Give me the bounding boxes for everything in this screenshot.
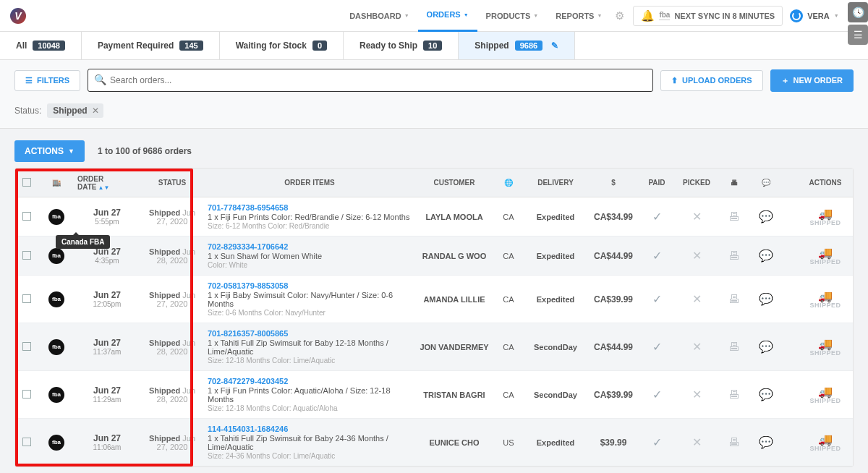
customer-name: AMANDA LILLIE bbox=[414, 295, 494, 304]
print-icon[interactable]: 🖶 bbox=[728, 436, 740, 448]
new-order-button[interactable]: ＋ NEW ORDER bbox=[770, 69, 854, 92]
picked-x-icon: ✕ bbox=[692, 341, 702, 353]
store-badge[interactable]: fba bbox=[48, 339, 64, 355]
sort-icon[interactable]: ▲▼ bbox=[98, 184, 109, 191]
store-badge[interactable]: fba bbox=[48, 248, 64, 264]
power-icon bbox=[790, 9, 803, 22]
status-text: Shipped bbox=[149, 386, 180, 395]
col-price[interactable]: $ bbox=[611, 179, 616, 187]
order-date: Jun 27 bbox=[77, 290, 137, 300]
chat-icon[interactable]: 💬 bbox=[759, 341, 773, 353]
order-number-link[interactable]: 702-0581379-8853058 bbox=[208, 281, 412, 290]
order-number-link[interactable]: 702-8472279-4203452 bbox=[208, 377, 412, 385]
store-badge[interactable]: fba bbox=[48, 435, 64, 451]
table-row[interactable]: fba Jun 27 12:05pm Shipped Jun 27, 2020 … bbox=[15, 276, 853, 323]
bell-icon[interactable]: 🔔 bbox=[641, 9, 655, 22]
paid-check-icon: ✓ bbox=[652, 436, 662, 448]
order-time: 4:35pm bbox=[77, 257, 137, 265]
sync-text: NEXT SYNC IN 8 MINUTES bbox=[674, 12, 775, 20]
print-icon[interactable]: 🖶 bbox=[728, 341, 740, 353]
order-number-link[interactable]: 114-4154031-1684246 bbox=[208, 425, 412, 433]
item-description: 1 x Tahiti Full Zip Swimsuit for Baby 12… bbox=[208, 338, 412, 356]
order-date: Jun 27 bbox=[77, 433, 137, 443]
nav-reports[interactable]: REPORTS▼ bbox=[547, 0, 610, 32]
store-tooltip: Canada FBA bbox=[56, 235, 110, 249]
row-checkbox[interactable] bbox=[22, 251, 31, 260]
shipped-badge: 🚚 SHIPPED bbox=[782, 289, 868, 309]
item-meta: Size: 12-18 Months Color: Aquatic/Aloha bbox=[208, 404, 412, 412]
store-badge[interactable]: fba bbox=[48, 209, 64, 225]
row-checkbox[interactable] bbox=[22, 438, 31, 446]
tab-all[interactable]: All 10048 bbox=[0, 32, 82, 59]
print-icon[interactable]: 🖶 bbox=[728, 388, 740, 401]
actions-button[interactable]: ACTIONS ▼ bbox=[14, 140, 85, 162]
nav-dashboard[interactable]: DASHBOARD▼ bbox=[341, 0, 417, 32]
customer-name: LAYLA MOOLA bbox=[414, 213, 494, 221]
table-row[interactable]: fba Jun 27 4:35pm Shipped Jun 28, 2020 7… bbox=[15, 236, 853, 276]
filters-button[interactable]: ☰ FILTERS bbox=[14, 70, 80, 91]
select-all-checkbox[interactable] bbox=[22, 178, 31, 187]
pencil-icon[interactable]: ✎ bbox=[551, 41, 558, 51]
delivery-type: Expedited bbox=[523, 295, 588, 304]
row-checkbox[interactable] bbox=[22, 294, 31, 303]
paid-check-icon: ✓ bbox=[652, 250, 662, 262]
tab-count: 0 bbox=[312, 41, 327, 51]
tab-count: 145 bbox=[179, 41, 203, 51]
nav-products[interactable]: PRODUCTS▼ bbox=[477, 0, 548, 32]
col-order-items[interactable]: ORDER ITEMS bbox=[284, 179, 334, 187]
order-number-link[interactable]: 701-8216357-8005865 bbox=[208, 329, 412, 338]
status-tabs: All 10048 Payment Required 145 Waiting f… bbox=[0, 32, 868, 60]
shipped-badge: 🚚 SHIPPED bbox=[782, 207, 868, 226]
close-icon[interactable]: ✕ bbox=[92, 106, 99, 116]
col-picked[interactable]: PICKED bbox=[683, 179, 710, 187]
row-checkbox[interactable] bbox=[22, 342, 31, 351]
upload-icon: ⬆ bbox=[671, 76, 678, 85]
tab-ready-ship[interactable]: Ready to Ship 10 bbox=[344, 32, 459, 59]
user-menu[interactable]: VERA ▼ bbox=[790, 9, 839, 22]
layers-icon[interactable]: ☰ bbox=[848, 25, 868, 45]
order-number-link[interactable]: 702-8293334-1706642 bbox=[208, 242, 412, 251]
table-row[interactable]: fba Jun 27 5:55pm Shipped Jun 27, 2020 7… bbox=[15, 197, 853, 236]
paid-check-icon: ✓ bbox=[652, 293, 662, 305]
table-row[interactable]: fba Jun 27 11:06am Shipped Jun 27, 2020 … bbox=[15, 419, 853, 466]
chat-icon[interactable]: 💬 bbox=[759, 250, 773, 262]
item-description: 1 x Sun Shawl for Women White bbox=[208, 252, 412, 260]
col-actions[interactable]: ACTIONS bbox=[809, 179, 842, 187]
delivery-type: SecondDay bbox=[523, 391, 588, 399]
col-status[interactable]: STATUS bbox=[158, 179, 187, 187]
print-icon[interactable]: 🖶 bbox=[728, 210, 740, 223]
table-row[interactable]: fba Jun 27 11:29am Shipped Jun 28, 2020 … bbox=[15, 371, 853, 419]
filter-chip-status[interactable]: Shipped ✕ bbox=[47, 103, 103, 118]
nav-orders[interactable]: ORDERS▼ bbox=[418, 0, 477, 32]
tab-payment-required[interactable]: Payment Required 145 bbox=[82, 32, 220, 59]
chat-icon[interactable]: 💬 bbox=[759, 388, 773, 401]
row-checkbox[interactable] bbox=[22, 390, 31, 399]
print-icon[interactable]: 🖶 bbox=[728, 250, 740, 262]
chat-icon[interactable]: 💬 bbox=[762, 179, 770, 187]
chat-icon[interactable]: 💬 bbox=[759, 210, 773, 223]
globe-icon[interactable]: 🌐 bbox=[504, 179, 513, 187]
col-customer[interactable]: CUSTOMER bbox=[433, 179, 475, 187]
store-badge[interactable]: fba bbox=[48, 291, 64, 307]
search-input[interactable] bbox=[88, 69, 653, 92]
tab-waiting-stock[interactable]: Waiting for Stock 0 bbox=[220, 32, 344, 59]
gear-icon[interactable]: ⚙ bbox=[610, 9, 629, 22]
clock-icon[interactable]: 🕓 bbox=[848, 2, 868, 22]
picked-x-icon: ✕ bbox=[692, 250, 702, 262]
order-number-link[interactable]: 701-7784738-6954658 bbox=[208, 203, 412, 212]
row-checkbox[interactable] bbox=[22, 212, 31, 221]
order-price: CA$39.99 bbox=[588, 294, 639, 304]
tab-shipped[interactable]: Shipped 9686 ✎ bbox=[459, 32, 575, 59]
delivery-type: SecondDay bbox=[523, 343, 588, 351]
col-paid[interactable]: PAID bbox=[648, 179, 665, 187]
table-row[interactable]: fba Jun 27 11:37am Shipped Jun 28, 2020 … bbox=[15, 323, 853, 371]
store-badge[interactable]: fba bbox=[48, 387, 64, 403]
chat-icon[interactable]: 💬 bbox=[759, 293, 773, 305]
delivery-type: Expedited bbox=[523, 252, 588, 260]
print-icon[interactable]: 🖶 bbox=[731, 179, 738, 187]
col-delivery[interactable]: DELIVERY bbox=[537, 179, 574, 187]
chat-icon[interactable]: 💬 bbox=[759, 436, 773, 448]
upload-orders-button[interactable]: ⬆ UPLOAD ORDERS bbox=[660, 70, 763, 91]
print-icon[interactable]: 🖶 bbox=[728, 293, 740, 305]
customer-name: TRISTAN BAGRI bbox=[414, 391, 494, 399]
